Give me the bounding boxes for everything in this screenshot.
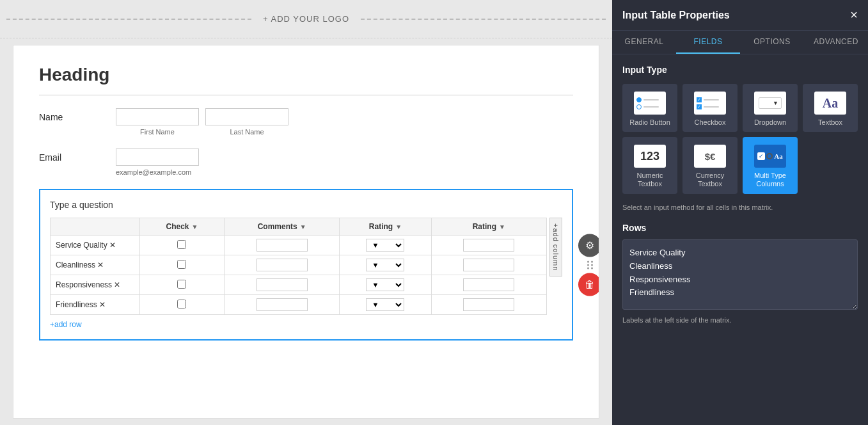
matrix-row-header — [51, 218, 140, 236]
form-container: Heading Name First Name Last Name Email — [13, 45, 599, 419]
cell-rating1-4: ▼ — [340, 295, 431, 315]
cell-check-1 — [140, 236, 225, 255]
table-row: Cleanliness ✕ ▼ — [51, 255, 547, 275]
panel-title: Input Table Properties — [622, 10, 730, 21]
rows-textarea[interactable]: Service Quality Cleanliness Responsivene… — [622, 239, 858, 310]
radio-label: Radio Button — [629, 118, 670, 127]
checkbox-responsiveness[interactable] — [177, 280, 186, 289]
cell-rating2-1 — [431, 236, 546, 255]
email-label: Email — [39, 148, 116, 163]
comment-friendliness[interactable] — [256, 298, 308, 311]
gear-button[interactable]: ⚙ — [578, 234, 599, 257]
name-field-labels: First Name Last Name — [116, 128, 288, 136]
email-input[interactable] — [116, 148, 199, 166]
comment-service-quality[interactable] — [256, 239, 308, 252]
rating2-friendliness[interactable] — [463, 298, 514, 311]
last-name-input[interactable] — [205, 108, 288, 125]
logo-dash-left — [6, 19, 251, 20]
rating2-responsiveness[interactable] — [463, 278, 514, 291]
remove-row-responsiveness[interactable]: ✕ — [114, 280, 120, 289]
textbox-icon: Aa — [814, 92, 846, 115]
matrix-col-comments: Comments ▼ — [224, 218, 339, 236]
input-type-multitype[interactable]: ✓ Aa Multi TypeColumns — [743, 137, 798, 193]
panel-body: Input Type Radio Button ✓ ✓ — [612, 54, 868, 425]
last-name-label: Last Name — [205, 128, 288, 136]
input-type-checkbox[interactable]: ✓ ✓ Checkbox — [683, 84, 738, 132]
first-name-label: First Name — [116, 128, 199, 136]
cell-rating2-3 — [431, 275, 546, 295]
input-type-textbox[interactable]: Aa Textbox — [803, 84, 858, 132]
drag-handle[interactable] — [587, 261, 593, 269]
numeric-icon: 123 — [634, 145, 666, 168]
email-hint: example@example.com — [116, 168, 199, 176]
input-type-numeric[interactable]: 123 NumericTextbox — [622, 137, 677, 193]
cell-rating2-2 — [431, 255, 546, 275]
radio-icon — [634, 92, 666, 115]
matrix-col-check: Check ▼ — [140, 218, 225, 236]
comment-responsiveness[interactable] — [256, 278, 308, 291]
row-label-friendliness: Friendliness — [56, 300, 97, 309]
rating2-service-quality[interactable] — [463, 239, 514, 252]
checkbox-cleanliness[interactable] — [177, 260, 186, 269]
cell-rating1-1: ▼ — [340, 236, 431, 255]
logo-dash-right — [361, 19, 606, 20]
checkbox-label: Checkbox — [695, 118, 726, 127]
rating1-service-quality[interactable]: ▼ — [366, 239, 404, 252]
email-inputs: example@example.com — [116, 148, 199, 176]
tab-options[interactable]: OPTIONS — [740, 31, 804, 54]
input-type-dropdown[interactable]: ▼ Dropdown — [743, 84, 798, 132]
remove-row-service-quality[interactable]: ✕ — [109, 241, 116, 250]
logo-bar: + ADD YOUR LOGO — [0, 0, 612, 38]
checkbox-icon: ✓ ✓ — [694, 92, 726, 115]
cell-comment-1 — [224, 236, 339, 255]
form-heading: Heading — [39, 65, 573, 85]
tab-fields[interactable]: FIELDS — [676, 31, 740, 54]
row-label-responsiveness: Responsiveness — [56, 280, 112, 289]
main-area: + ADD YOUR LOGO Heading Name First Name … — [0, 0, 612, 425]
input-type-radio[interactable]: Radio Button — [622, 84, 677, 132]
input-type-currency[interactable]: $€ CurrencyTextbox — [683, 137, 738, 193]
row-label-cleanliness: Cleanliness — [56, 261, 95, 269]
table-row: Service Quality ✕ ▼ — [51, 236, 547, 255]
form-divider — [39, 95, 573, 95]
cell-comment-3 — [224, 275, 339, 295]
first-name-input[interactable] — [116, 108, 199, 125]
add-logo-button[interactable]: + ADD YOUR LOGO — [258, 12, 354, 26]
table-row: Responsiveness ✕ ▼ — [51, 275, 547, 295]
delete-button[interactable]: 🗑 — [578, 273, 599, 296]
cell-comment-4 — [224, 295, 339, 315]
multitype-label: Multi TypeColumns — [754, 172, 786, 188]
rating2-cleanliness[interactable] — [463, 259, 514, 271]
input-method-hint: Select an input method for all cells in … — [622, 203, 858, 212]
matrix-col-rating1: Rating ▼ — [340, 218, 431, 236]
dropdown-label: Dropdown — [754, 118, 786, 127]
name-inputs: First Name Last Name — [116, 108, 288, 136]
cell-check-2 — [140, 255, 225, 275]
add-row-button[interactable]: +add row — [50, 320, 82, 329]
tab-advanced[interactable]: ADVANCED — [804, 31, 868, 54]
tab-general[interactable]: GENERAL — [612, 31, 676, 54]
textbox-label: Textbox — [818, 118, 842, 127]
name-row: Name First Name Last Name — [39, 108, 573, 136]
multitype-icon: ✓ Aa — [754, 145, 786, 168]
checkbox-friendliness[interactable] — [177, 300, 186, 309]
rating1-cleanliness[interactable]: ▼ — [366, 259, 404, 271]
checkbox-service-quality[interactable] — [177, 240, 186, 249]
currency-label: CurrencyTextbox — [696, 172, 725, 188]
comment-cleanliness[interactable] — [256, 259, 308, 271]
rows-section-title: Rows — [622, 223, 858, 233]
email-row: Email example@example.com — [39, 148, 573, 176]
remove-row-friendliness[interactable]: ✕ — [99, 300, 106, 309]
cell-rating1-3: ▼ — [340, 275, 431, 295]
panel-header: Input Table Properties × — [612, 0, 868, 31]
cell-check-4 — [140, 295, 225, 315]
currency-icon: $€ — [694, 145, 726, 168]
rating1-responsiveness[interactable]: ▼ — [366, 278, 404, 291]
rating1-friendliness[interactable]: ▼ — [366, 298, 404, 311]
add-column-button[interactable]: +add column — [549, 218, 562, 277]
matrix-col-rating2: Rating ▼ — [431, 218, 546, 236]
cell-check-3 — [140, 275, 225, 295]
panel-close-button[interactable]: × — [850, 8, 858, 22]
remove-row-cleanliness[interactable]: ✕ — [97, 261, 104, 269]
panel-tabs: GENERAL FIELDS OPTIONS ADVANCED — [612, 31, 868, 54]
